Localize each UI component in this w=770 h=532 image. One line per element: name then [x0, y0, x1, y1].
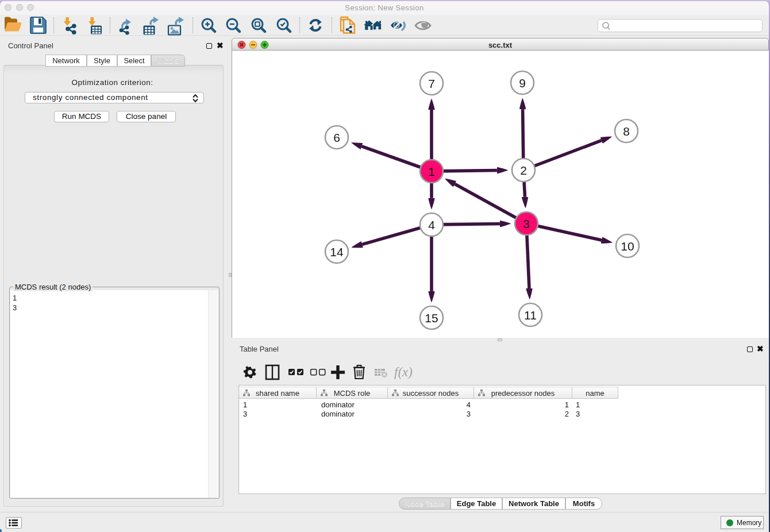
svg-text:2: 2	[520, 164, 527, 177]
svg-text:9: 9	[519, 76, 526, 90]
svg-text:7: 7	[428, 77, 435, 90]
svg-text:f(x): f(x)	[394, 365, 413, 379]
svg-text:1: 1	[428, 165, 435, 178]
svg-text:15: 15	[425, 311, 438, 325]
svg-text:6: 6	[333, 131, 340, 144]
svg-text:11: 11	[524, 309, 537, 322]
svg-text:4: 4	[428, 218, 435, 232]
svg-text:3: 3	[523, 217, 530, 230]
svg-text:14: 14	[330, 245, 344, 259]
svg-text:10: 10	[621, 240, 634, 253]
svg-text:8: 8	[623, 125, 630, 138]
